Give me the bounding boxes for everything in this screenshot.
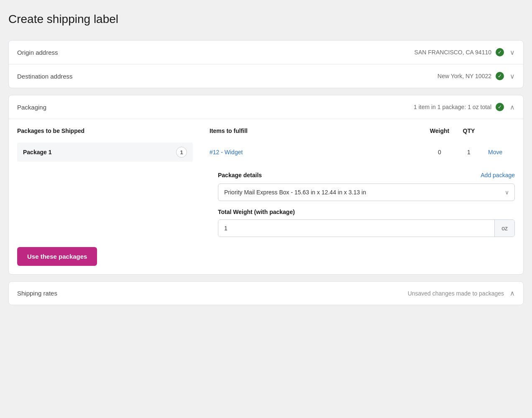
destination-address-row[interactable]: Destination address New York, NY 10022 ✓… [9,64,523,88]
package-row: Package 1 1 #12 - Widget 0 1 Move [17,143,515,162]
packaging-body: Packages to be Shipped Items to fulfill … [9,119,523,274]
package-1-name: Package 1 [23,149,52,155]
shipping-rates-label: Shipping rates [17,290,57,297]
shipping-rates-right: Unsaved changes made to packages ∧ [408,289,515,297]
packaging-header-row[interactable]: Packaging 1 item in 1 package: 1 oz tota… [9,95,523,119]
shipping-rates-chevron-up-icon: ∧ [510,289,515,297]
destination-address-label: Destination address [17,73,73,80]
package-details-inner: Package details Add package Priority Mai… [218,172,515,237]
shipping-rates-header-row[interactable]: Shipping rates Unsaved changes made to p… [9,282,523,305]
weight-input-wrapper: oz [218,219,515,237]
item-link[interactable]: #12 - Widget [210,145,243,160]
package-type-select-wrapper: Priority Mail Express Box - 15.63 in x 1… [218,184,515,201]
origin-address-value: SAN FRANCISCO, CA 94110 [414,49,491,56]
origin-address-right: SAN FRANCISCO, CA 94110 ✓ ∨ [414,48,515,56]
use-packages-button[interactable]: Use these packages [17,247,97,266]
packaging-summary: 1 item in 1 package: 1 oz total [414,104,491,110]
packages-col-header: Packages to be Shipped [17,127,210,139]
origin-chevron-down-icon: ∨ [510,48,515,56]
destination-address-value: New York, NY 10022 [437,73,491,79]
packaging-label: Packaging [17,104,46,111]
origin-address-label: Origin address [17,49,58,56]
package-1-name-cell: Package 1 1 [17,143,193,162]
packaging-card: Packaging 1 item in 1 package: 1 oz tota… [8,95,524,275]
package-weight: 0 [423,145,456,160]
package-1-badge: 1 [176,147,187,158]
page-title: Create shipping label [8,8,524,30]
destination-chevron-down-icon: ∨ [510,72,515,80]
destination-verified-icon: ✓ [496,72,504,80]
package-details-label: Package details [218,172,262,178]
package-qty: 1 [456,145,481,160]
packaging-chevron-up-icon: ∧ [510,103,515,111]
addresses-card: Origin address SAN FRANCISCO, CA 94110 ✓… [8,40,524,88]
qty-col-header: QTY [456,127,481,139]
weight-input[interactable] [218,220,494,237]
items-col-header: Items to fulfill [210,127,423,139]
unsaved-changes-text: Unsaved changes made to packages [408,290,504,297]
package-type-select[interactable]: Priority Mail Express Box - 15.63 in x 1… [218,184,515,201]
package-details-section: Package details Add package Priority Mai… [17,172,515,237]
packaging-verified-icon: ✓ [496,103,504,111]
weight-col-header: Weight [423,127,456,139]
destination-address-right: New York, NY 10022 ✓ ∨ [437,72,515,80]
total-weight-section: Total Weight (with package) oz [218,209,515,237]
packaging-header-right: 1 item in 1 package: 1 oz total ✓ ∧ [414,103,515,111]
add-package-link[interactable]: Add package [481,172,515,178]
origin-address-row[interactable]: Origin address SAN FRANCISCO, CA 94110 ✓… [9,41,523,64]
origin-verified-icon: ✓ [496,48,504,56]
total-weight-label: Total Weight (with package) [218,209,515,215]
shipping-rates-card: Shipping rates Unsaved changes made to p… [8,281,524,305]
package-details-header: Package details Add package [218,172,515,178]
weight-unit: oz [494,220,514,237]
move-link[interactable]: Move [488,149,502,155]
